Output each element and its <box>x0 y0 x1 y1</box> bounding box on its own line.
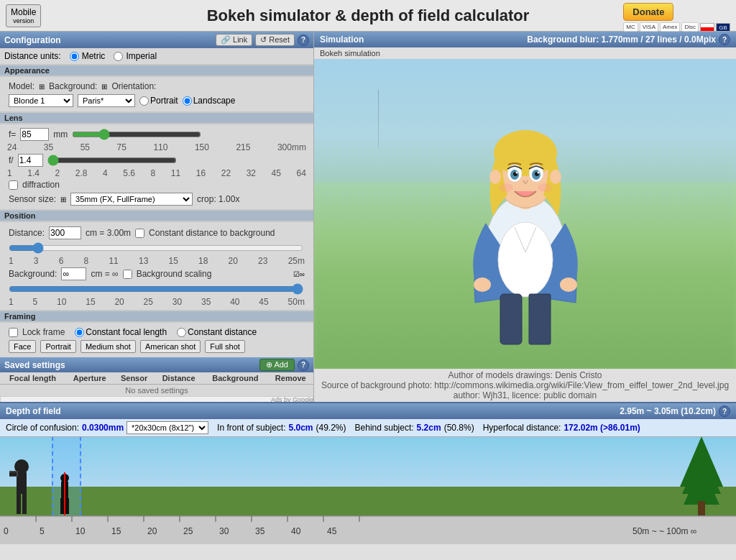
background-dist-slider[interactable] <box>9 283 303 295</box>
subject-person-svg <box>58 472 72 515</box>
simulation-help-button[interactable]: ? <box>719 34 730 45</box>
bg-ticks: 15 1015 2025 3035 4045 50m <box>4 297 309 307</box>
sensor-label: Sensor size: <box>9 194 56 204</box>
metric-radio[interactable] <box>70 52 79 61</box>
ruler-svg: 0 5 10 15 20 25 30 35 40 45 50m ~ ~ 100m… <box>0 516 736 544</box>
distance-input[interactable] <box>49 226 81 239</box>
dof-panel: Depth of field 2.95m ~ 3.05m (10.2cm) ? … <box>0 402 736 560</box>
aperture-row: f/ <box>4 152 309 168</box>
behind-pct: (50.8%) <box>444 423 474 433</box>
distance-units-label: Distance units: <box>4 51 61 61</box>
medium-shot-button[interactable]: Medium shot <box>80 340 136 353</box>
background-dist-input[interactable] <box>61 267 86 280</box>
dof-controls: Circle of confusion: 0.0300mm *20x30cm (… <box>0 419 736 436</box>
metric-radio-label[interactable]: Metric <box>70 51 106 61</box>
svg-point-9 <box>489 170 501 184</box>
reset-button[interactable]: ↺ Reset <box>255 34 295 46</box>
sensor-row: Sensor size: ⊞ 35mm (FX, FullFrame) crop… <box>4 191 309 207</box>
svg-point-5 <box>560 277 577 292</box>
tree-svg <box>680 436 723 515</box>
distance-row: Distance: cm = 3.00m Constant distance t… <box>4 225 309 241</box>
image-caption: Author of models drawings: Denis Cristo … <box>314 369 736 402</box>
col-remove: Remove <box>267 372 313 385</box>
lock-frame-checkbox[interactable] <box>9 328 18 337</box>
coc-item: Circle of confusion: 0.0300mm *20x30cm (… <box>6 421 208 434</box>
position-subsection: Position <box>0 211 313 221</box>
focal-length-unit: mm <box>53 129 68 139</box>
no-saved-row: No saved settings <box>0 385 313 397</box>
camera-person-svg <box>4 451 40 515</box>
link-button[interactable]: 🔗 Link <box>216 34 252 46</box>
focal-length-input[interactable] <box>20 128 49 141</box>
mobile-version-button[interactable]: Mobile version <box>6 4 41 27</box>
behind-value: 5.2cm <box>417 423 441 433</box>
sensor-select[interactable]: 35mm (FX, FullFrame) <box>70 193 193 206</box>
diffraction-checkbox[interactable] <box>9 180 18 190</box>
landscape-radio-label[interactable]: Landscape <box>183 96 236 106</box>
framing-options-row: Lock frame Constant focal length Constan… <box>4 326 309 339</box>
saved-help-button[interactable]: ? <box>298 359 309 371</box>
add-saved-button[interactable]: ⊕ Add <box>259 359 295 371</box>
svg-rect-26 <box>9 472 17 476</box>
focal-length-slider[interactable] <box>72 129 201 140</box>
constant-bg-checkbox[interactable] <box>135 229 144 238</box>
col-focal: Focal length <box>0 372 65 385</box>
svg-text:45: 45 <box>327 526 337 536</box>
bokeh-image-bg <box>314 59 736 369</box>
dof-sky <box>0 437 736 487</box>
ad-banner: UAV & FPV Accessories Authorized Dealer.… <box>0 396 313 402</box>
col-sensor: Sensor <box>114 372 155 385</box>
constant-focal-radio-label[interactable]: Constant focal length <box>75 327 167 337</box>
coc-label: Circle of confusion: <box>6 423 79 433</box>
config-help-button[interactable]: ? <box>298 35 309 46</box>
constant-dist-radio[interactable] <box>177 328 186 337</box>
portrait-orient-radio[interactable] <box>139 96 149 106</box>
focal-length-label: f= <box>9 129 16 139</box>
dof-help-button[interactable]: ? <box>719 405 730 417</box>
imperial-radio-label[interactable]: Imperial <box>114 51 157 61</box>
dof-ruler: 0 5 10 15 20 25 30 35 40 45 50m ~ ~ 100m… <box>0 515 736 544</box>
american-shot-button[interactable]: American shot <box>140 340 201 353</box>
svg-rect-30 <box>65 498 69 514</box>
bg-scaling-label: Background scaling <box>137 269 212 279</box>
full-shot-button[interactable]: Full shot <box>205 340 245 353</box>
constant-dist-radio-label[interactable]: Constant distance <box>177 327 257 337</box>
imperial-radio[interactable] <box>114 52 123 61</box>
config-section-header: Configuration 🔗 Link ↺ Reset ? <box>0 32 313 48</box>
hyperfocal-value: 172.02m (>86.01m) <box>564 423 640 433</box>
landscape-orient-radio[interactable] <box>183 96 192 106</box>
svg-text:15: 15 <box>111 526 121 536</box>
appearance-subsection: Appearance <box>0 65 313 75</box>
background-select[interactable]: Paris* <box>78 94 135 107</box>
aperture-input[interactable] <box>18 154 43 167</box>
coc-preset-select[interactable]: *20x30cm (8x12") <box>126 421 208 434</box>
distance-units-row: Distance units: Metric Imperial <box>0 48 313 64</box>
saved-settings-title: Saved settings <box>4 360 65 370</box>
constant-focal-radio[interactable] <box>75 328 84 337</box>
page-title: Bokeh simulator & depth of field calcula… <box>207 6 530 25</box>
background-grid-icon: ⊞ <box>101 83 107 91</box>
simulation-image <box>314 59 736 369</box>
uk-flag-icon: GB <box>716 23 730 32</box>
saved-settings-table: Focal length Aperture Sensor Distance Ba… <box>0 372 313 396</box>
aperture-slider[interactable] <box>47 155 177 166</box>
poland-flag-icon <box>700 23 714 32</box>
svg-text:5: 5 <box>40 526 45 536</box>
distance-slider[interactable] <box>9 242 303 254</box>
portrait-button[interactable]: Portrait <box>40 340 75 353</box>
svg-rect-21 <box>17 472 27 494</box>
front-label: In front of subject: <box>217 423 285 433</box>
lock-frame-label: Lock frame <box>22 327 65 337</box>
donate-button[interactable]: Donate <box>623 3 673 21</box>
svg-point-19 <box>499 183 513 192</box>
bg-scaling-checkbox[interactable] <box>123 270 132 279</box>
svg-rect-24 <box>17 492 21 514</box>
model-select[interactable]: Blonde 1 <box>9 94 73 107</box>
aperture-ticks: 11.4 22.8 45.6 811 1622 3245 64 <box>4 168 309 178</box>
portrait-radio-label[interactable]: Portrait <box>139 96 178 106</box>
bg-author: author: Wjh31, licence: public domain <box>320 390 730 400</box>
simulation-header: Simulation Background blur: 1.770mm / 27… <box>314 32 736 47</box>
hyperfocal-item: Hyperfocal distance: 172.02m (>86.01m) <box>483 423 640 433</box>
face-button[interactable]: Face <box>9 340 36 353</box>
model-row: Model: ⊞ Background: ⊞ Orientation: <box>4 80 309 93</box>
